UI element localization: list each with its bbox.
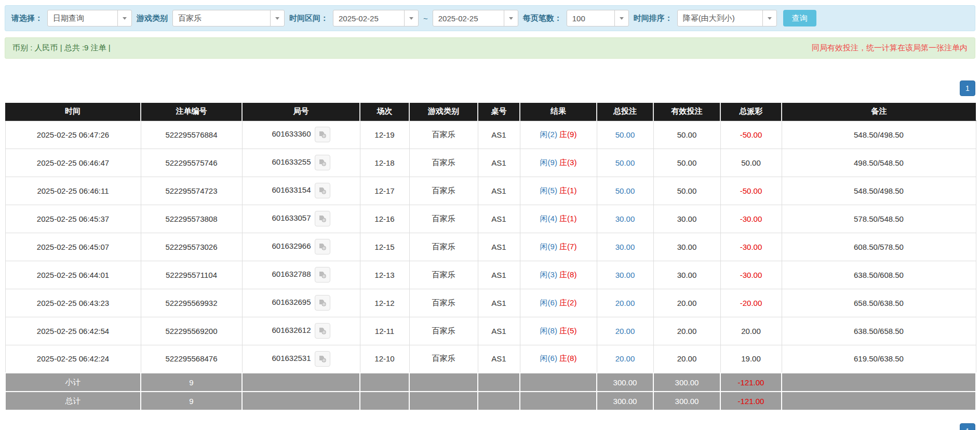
cell-bet-id: 522295573808 [141, 205, 242, 233]
video-icon[interactable] [315, 183, 330, 198]
result-banker: 庄(3) [559, 158, 576, 167]
cell-table-no: AS1 [478, 205, 520, 233]
cell-total-bet[interactable]: 30.00 [597, 261, 653, 289]
column-header: 备注 [782, 103, 976, 120]
cell-remark: 658.50/638.50 [782, 289, 976, 317]
summary-payout: -121.00 [720, 373, 782, 392]
column-header: 注单编号 [141, 103, 242, 120]
cell-table-no: AS1 [478, 120, 520, 149]
sort-order-value: 降幂(由大到小) [678, 10, 762, 26]
table-row: 2025-02-25 06:42:54 522295569200 6016326… [5, 317, 976, 345]
notice-text: 同局有效投注，统一计算在该局第一张注单内 [812, 43, 968, 53]
cell-payout: 20.00 [720, 317, 782, 345]
page-button[interactable]: 1 [960, 423, 975, 430]
video-icon[interactable] [315, 127, 330, 142]
video-icon[interactable] [315, 267, 330, 283]
cell-time: 2025-02-25 06:47:26 [5, 120, 141, 149]
cell-time: 2025-02-25 06:44:01 [5, 261, 141, 289]
cell-total-bet[interactable]: 50.00 [597, 149, 653, 177]
cell-total-bet[interactable]: 50.00 [597, 120, 653, 149]
round-id-text: 601632788 [272, 270, 311, 278]
result-banker: 庄(1) [559, 214, 576, 223]
page-button[interactable]: 1 [960, 80, 975, 96]
per-page-select[interactable]: 100 [567, 10, 629, 26]
cell-payout: -50.00 [720, 120, 782, 149]
footer-empty-cell [782, 373, 976, 392]
cell-game-type: 百家乐 [409, 205, 478, 233]
cell-valid-bet: 50.00 [653, 177, 720, 205]
cell-session: 12-15 [360, 233, 409, 261]
cell-table-no: AS1 [478, 345, 520, 373]
cell-game-type: 百家乐 [409, 289, 478, 317]
summary-bar: 币别 : 人民币 | 总共 :9 注单 | 同局有效投注，统一计算在该局第一张注… [5, 37, 975, 59]
round-id-text: 601633154 [272, 185, 311, 194]
cell-remark: 608.50/578.50 [782, 233, 976, 261]
cell-payout: 19.00 [720, 345, 782, 373]
search-button[interactable]: 查询 [783, 10, 816, 26]
records-table: 时间注单编号局号场次游戏类别桌号结果总投注有效投注总派彩备注 2025-02-2… [5, 103, 976, 411]
cell-result: 闲(5) 庄(1) [520, 177, 597, 205]
summary-row: 小计 9 300.00 300.00 -121.00 [5, 373, 976, 392]
cell-bet-id: 522295569932 [141, 289, 242, 317]
cell-total-bet[interactable]: 50.00 [597, 177, 653, 205]
cell-bet-id: 522295573026 [141, 233, 242, 261]
cell-round-id: 601633255 [242, 149, 360, 177]
summary-count: 9 [141, 392, 242, 410]
cell-total-bet[interactable]: 20.00 [597, 345, 653, 373]
result-banker: 庄(8) [559, 354, 576, 362]
video-icon[interactable] [315, 351, 330, 367]
summary-total-bet: 300.00 [597, 392, 653, 410]
cell-remark: 548.50/498.50 [782, 177, 976, 205]
column-header: 结果 [520, 103, 597, 120]
pagination-top: 1 [5, 80, 975, 96]
table-header-row: 时间注单编号局号场次游戏类别桌号结果总投注有效投注总派彩备注 [5, 103, 976, 120]
video-icon[interactable] [315, 211, 330, 226]
video-icon[interactable] [315, 239, 330, 254]
table-row: 2025-02-25 06:44:01 522295571104 6016327… [5, 261, 976, 289]
chevron-down-icon [762, 10, 776, 26]
cell-result: 闲(9) 庄(7) [520, 233, 597, 261]
result-banker: 庄(5) [559, 326, 576, 335]
cell-table-no: AS1 [478, 261, 520, 289]
date-to-select[interactable]: 2025-02-25 [433, 10, 518, 26]
table-row: 2025-02-25 06:45:37 522295573808 6016330… [5, 205, 976, 233]
video-icon[interactable] [315, 155, 330, 170]
cell-game-type: 百家乐 [409, 233, 478, 261]
footer-empty-cell [520, 373, 597, 392]
round-id-text: 601633360 [272, 129, 311, 138]
cell-table-no: AS1 [478, 177, 520, 205]
query-type-value: 日期查询 [48, 10, 117, 26]
cell-result: 闲(6) 庄(8) [520, 345, 597, 373]
cell-total-bet[interactable]: 30.00 [597, 233, 653, 261]
round-id-text: 601632966 [272, 241, 311, 250]
cell-total-bet[interactable]: 20.00 [597, 289, 653, 317]
column-header: 总派彩 [720, 103, 782, 120]
column-header: 总投注 [597, 103, 653, 120]
date-from-select[interactable]: 2025-02-25 [333, 10, 419, 26]
video-icon[interactable] [315, 323, 330, 339]
table-row: 2025-02-25 06:47:26 522295576884 6016333… [5, 120, 976, 149]
query-type-select[interactable]: 日期查询 [47, 10, 132, 26]
cell-session: 12-12 [360, 289, 409, 317]
cell-time: 2025-02-25 06:46:47 [5, 149, 141, 177]
chevron-down-icon [504, 10, 518, 26]
cell-total-bet[interactable]: 30.00 [597, 205, 653, 233]
cell-remark: 578.50/548.50 [782, 205, 976, 233]
video-icon[interactable] [315, 295, 330, 311]
cell-table-no: AS1 [478, 317, 520, 345]
cell-result: 闲(4) 庄(1) [520, 205, 597, 233]
summary-count: 9 [141, 373, 242, 392]
cell-session: 12-18 [360, 149, 409, 177]
cell-total-bet[interactable]: 20.00 [597, 317, 653, 345]
result-player: 闲(5) [540, 186, 557, 195]
sort-order-select[interactable]: 降幂(由大到小) [677, 10, 777, 26]
result-player: 闲(4) [540, 214, 557, 223]
cell-time: 2025-02-25 06:46:11 [5, 177, 141, 205]
page: 请选择： 日期查询 游戏类别 百家乐 时间区间： 2025-02-25 ~ 20… [0, 0, 980, 430]
game-type-select[interactable]: 百家乐 [172, 10, 285, 26]
pagination-bottom: 1 [5, 423, 975, 430]
chevron-down-icon [614, 10, 628, 26]
cell-payout: -30.00 [720, 205, 782, 233]
cell-result: 闲(6) 庄(2) [520, 289, 597, 317]
cell-result: 闲(2) 庄(9) [520, 120, 597, 149]
